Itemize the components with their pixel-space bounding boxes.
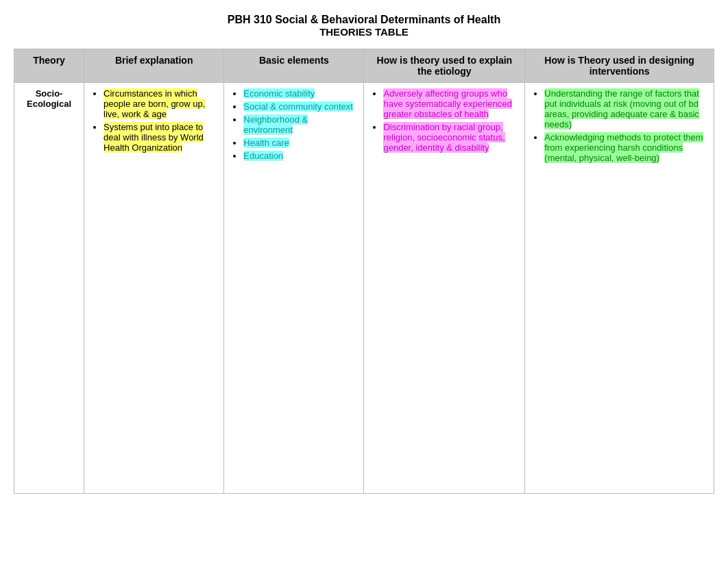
basic-item-2: Social & community context xyxy=(243,101,356,112)
basic-item-5-text: Education xyxy=(243,151,283,161)
col-header-basic: Basic elements xyxy=(224,49,364,83)
etiology-item-2: Discrimination by racial group, religion… xyxy=(383,122,518,153)
interventions-cell: Understanding the range of factors that … xyxy=(525,83,714,494)
header-row: Theory Brief explanation Basic elements … xyxy=(14,49,714,83)
basic-item-5: Education xyxy=(243,151,356,161)
page-title: PBH 310 Social & Behavioral Determinants… xyxy=(14,14,714,38)
col-header-etiology: How is theory used to explain the etiolo… xyxy=(364,49,525,83)
basic-item-4-text: Health care xyxy=(243,138,289,148)
etiology-item-1-text: Adversely affecting groups who have syst… xyxy=(383,88,511,119)
basic-item-3: Neighborhood & environment xyxy=(243,114,356,135)
col-header-interventions: How is Theory used in designing interven… xyxy=(525,49,714,83)
basic-item-1-text: Economic stability xyxy=(243,88,315,99)
brief-item-2: Systems put into place to deal with illn… xyxy=(104,122,217,153)
brief-item-1-text: Circumstances in which people are born, … xyxy=(104,88,205,119)
basic-list: Economic stability Social & community co… xyxy=(231,88,356,161)
brief-list: Circumstances in which people are born, … xyxy=(91,88,217,153)
col-header-brief: Brief explanation xyxy=(84,49,224,83)
main-title: PBH 310 Social & Behavioral Determinants… xyxy=(14,14,714,26)
theory-label: Socio-Ecological xyxy=(27,88,71,109)
sub-title: THEORIES TABLE xyxy=(14,26,714,38)
interventions-list: Understanding the range of factors that … xyxy=(532,88,707,163)
interventions-item-1: Understanding the range of factors that … xyxy=(544,88,707,129)
etiology-cell: Adversely affecting groups who have syst… xyxy=(364,83,525,494)
basic-item-3-text: Neighborhood & environment xyxy=(243,114,308,135)
basic-item-2-text: Social & community context xyxy=(243,101,353,112)
interventions-item-1-text: Understanding the range of factors that … xyxy=(544,88,699,129)
brief-cell: Circumstances in which people are born, … xyxy=(84,83,224,494)
table-row: Socio-Ecological Circumstances in which … xyxy=(14,83,714,494)
brief-item-1: Circumstances in which people are born, … xyxy=(104,88,217,119)
etiology-list: Adversely affecting groups who have syst… xyxy=(371,88,518,153)
basic-cell: Economic stability Social & community co… xyxy=(224,83,364,494)
col-header-theory: Theory xyxy=(14,49,84,83)
theories-table: Theory Brief explanation Basic elements … xyxy=(14,49,714,494)
etiology-item-2-text: Discrimination by racial group, religion… xyxy=(383,122,505,153)
basic-item-4: Health care xyxy=(243,138,356,148)
brief-item-2-text: Systems put into place to deal with illn… xyxy=(104,122,204,153)
interventions-item-2-text: Acknowledging methods to protect them fr… xyxy=(544,132,703,163)
basic-item-1: Economic stability xyxy=(243,88,356,99)
interventions-item-2: Acknowledging methods to protect them fr… xyxy=(544,132,707,163)
etiology-item-1: Adversely affecting groups who have syst… xyxy=(383,88,518,119)
theory-cell: Socio-Ecological xyxy=(14,83,84,494)
